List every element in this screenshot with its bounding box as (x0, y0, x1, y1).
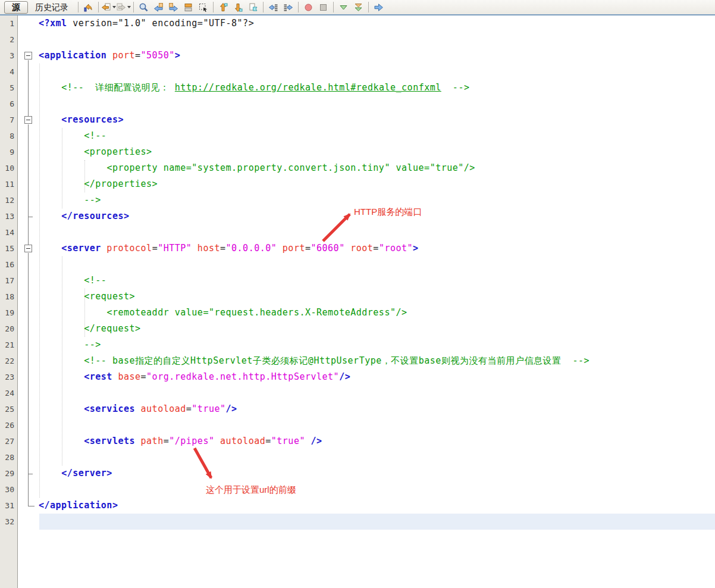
line-number: 19 (0, 305, 17, 321)
code-line[interactable]: <?xml version="1.0" encoding="UTF-8"?> (18, 15, 715, 32)
code-line[interactable]: <request> (18, 289, 715, 305)
line-number-gutter: 1234567891011121314151617181920212223242… (0, 15, 18, 588)
start-macro-recording-button[interactable] (302, 1, 315, 14)
token-comment: <!-- (84, 130, 106, 141)
code-line[interactable] (18, 514, 715, 530)
forward-icon (116, 2, 126, 12)
code-line[interactable]: <rest base="org.redkale.net.http.HttpSer… (18, 369, 715, 385)
token-tag: > (175, 50, 181, 61)
line-number: 11 (0, 176, 17, 192)
start-macro-recording-icon (303, 2, 313, 12)
fold-collapse-box[interactable] (24, 245, 32, 252)
find-previous-occurrence-button[interactable] (152, 1, 165, 14)
rectangular-selection-button[interactable] (196, 1, 210, 14)
token-value: "org.redkale.net.http.HttpServlet" (146, 371, 339, 382)
next-bookmark-button[interactable] (231, 1, 245, 14)
line-number: 14 (0, 224, 17, 240)
back-button[interactable] (102, 1, 115, 14)
token-comment-link: http://redkale.org/redkale.html#redkale_… (175, 82, 441, 93)
code-line[interactable] (18, 417, 715, 433)
code-line[interactable]: <resources> (18, 112, 715, 128)
token-plain: = (373, 243, 379, 254)
line-number: 31 (0, 498, 17, 514)
code-line[interactable] (18, 96, 715, 112)
code-line[interactable]: <server protocol="HTTP" host="0.0.0.0" p… (18, 240, 715, 257)
code-line[interactable] (18, 481, 715, 498)
line-number: 29 (0, 465, 17, 481)
line-number: 7 (0, 112, 17, 128)
line-number: 17 (0, 273, 17, 289)
find-next-occurrence-button[interactable] (167, 1, 180, 14)
token-attr: port (106, 50, 135, 61)
shift-line-left-button[interactable] (266, 1, 280, 14)
token-comment: <properties> (84, 146, 152, 157)
code-line[interactable]: </request> (18, 321, 715, 337)
token-plain: = (265, 436, 271, 446)
code-line[interactable] (18, 449, 715, 465)
code-line[interactable]: <!-- 详细配置说明见： http://redkale.org/redkale… (18, 80, 715, 96)
previous-bookmark-icon (218, 2, 228, 12)
code-line[interactable]: <!-- base指定的自定义HttpServlet子类必须标记@HttpUse… (18, 353, 715, 369)
code-editor-area[interactable]: <?xml version="1.0" encoding="UTF-8"?><a… (18, 15, 715, 588)
toggle-highlight-search-button[interactable] (181, 1, 195, 14)
stop-macro-recording-icon (318, 2, 328, 12)
line-number: 20 (0, 321, 17, 337)
code-line[interactable] (18, 64, 715, 80)
line-number: 22 (0, 353, 17, 369)
code-line[interactable]: <remoteaddr value="request.headers.X-Rem… (18, 305, 715, 321)
line-number: 32 (0, 514, 17, 530)
collapse-fold-button[interactable] (337, 1, 350, 14)
code-line[interactable]: <services autoload="true"/> (18, 401, 715, 417)
find-selection-button[interactable] (137, 1, 150, 14)
code-line[interactable]: --> (18, 337, 715, 353)
code-line[interactable]: <application port="5050"> (18, 48, 715, 64)
token-comment: <!-- 详细配置说明见： (61, 82, 175, 93)
tab-source[interactable]: 源 (4, 1, 28, 14)
token-comment: </request> (84, 323, 140, 334)
code-line[interactable] (18, 385, 715, 401)
collapse-all-folds-button[interactable] (352, 1, 365, 14)
forward-button[interactable] (117, 1, 130, 14)
code-line[interactable]: </application> (18, 498, 715, 514)
line-number: 1 (0, 15, 17, 32)
toolbar-separator (368, 2, 369, 12)
token-attr: autoload (214, 436, 265, 446)
code-line[interactable]: </server> (18, 465, 715, 481)
last-edit-position-button[interactable] (81, 1, 95, 14)
token-tag: /> (305, 436, 322, 446)
line-number: 15 (0, 240, 17, 257)
editor-toolbar: 源 历史记录 (0, 0, 715, 14)
fold-collapse-box[interactable] (24, 52, 32, 60)
run-to-cursor-button[interactable] (372, 1, 385, 14)
previous-bookmark-button[interactable] (217, 1, 230, 14)
token-attr: port (277, 243, 305, 254)
code-line[interactable]: <properties> (18, 144, 715, 160)
line-number: 27 (0, 433, 17, 449)
fold-collapse-box[interactable] (24, 116, 32, 124)
code-line[interactable]: <!-- (18, 273, 715, 289)
shift-line-right-button[interactable] (281, 1, 295, 14)
token-plain: = (164, 436, 170, 446)
dropdown-caret-icon[interactable] (127, 6, 131, 8)
code-line[interactable]: <servlets path="/pipes" autoload="true" … (18, 433, 715, 449)
token-tag: /> (226, 404, 237, 414)
code-line[interactable] (18, 257, 715, 273)
shift-line-left-icon (268, 2, 278, 12)
line-number: 23 (0, 369, 17, 385)
line-number: 12 (0, 192, 17, 208)
toggle-bookmark-button[interactable] (246, 1, 260, 14)
code-line[interactable]: <!-- (18, 128, 715, 144)
code-line[interactable]: </resources> (18, 208, 715, 224)
code-line[interactable]: <property name="system.property.convert.… (18, 160, 715, 176)
find-selection-icon (139, 2, 149, 12)
minus-glyph (26, 248, 30, 249)
token-plain: = (220, 243, 226, 254)
code-line[interactable] (18, 32, 715, 48)
code-line[interactable]: </properties> (18, 176, 715, 192)
code-line[interactable]: --> (18, 192, 715, 208)
stop-macro-recording-button[interactable] (316, 1, 330, 14)
tab-history[interactable]: 历史记录 (28, 1, 76, 14)
find-next-occurrence-icon (168, 2, 178, 12)
code-line[interactable] (18, 224, 715, 240)
token-comment: <request> (84, 291, 135, 302)
